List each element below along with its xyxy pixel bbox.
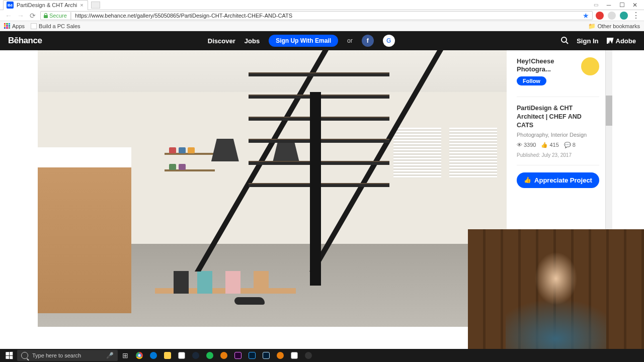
blender-icon[interactable] bbox=[217, 350, 230, 361]
follow-button[interactable]: Follow bbox=[517, 76, 546, 85]
webcam-overlay bbox=[468, 229, 644, 349]
apps-icon bbox=[4, 23, 10, 29]
extension-icon[interactable] bbox=[608, 12, 616, 20]
avatar[interactable] bbox=[581, 57, 599, 75]
obs-icon[interactable] bbox=[302, 350, 315, 361]
google-icon[interactable]: G bbox=[383, 35, 395, 47]
explorer-icon[interactable] bbox=[161, 350, 174, 361]
eye-icon: 👁 bbox=[517, 142, 522, 148]
behance-logo[interactable]: Bēhance bbox=[8, 36, 42, 46]
project-image[interactable] bbox=[38, 50, 507, 327]
address-bar: ← → ⟳ Secure | https://www.behance.net/g… bbox=[0, 10, 644, 21]
svg-point-0 bbox=[561, 37, 567, 42]
url-input[interactable]: Secure | https://www.behance.net/gallery… bbox=[40, 11, 593, 20]
scrollbar-thumb[interactable] bbox=[606, 96, 612, 126]
likes-stat: 👍 415 bbox=[541, 142, 558, 148]
thumb-up-icon: 👍 bbox=[524, 176, 531, 184]
author-card: Hey!Cheese Photogra... Follow bbox=[517, 57, 599, 97]
project-title: PartiDesign & CHT Architect | CHEF AND C… bbox=[517, 104, 599, 130]
edge-icon[interactable] bbox=[147, 350, 160, 361]
search-icon bbox=[21, 352, 28, 359]
close-window-icon[interactable]: ✕ bbox=[632, 2, 638, 8]
comment-icon: 💬 bbox=[564, 142, 571, 148]
app-icon[interactable] bbox=[274, 350, 287, 361]
maximize-icon[interactable]: ☐ bbox=[619, 2, 625, 8]
task-view-icon[interactable]: ⊞ bbox=[119, 350, 132, 361]
star-icon[interactable]: ★ bbox=[583, 12, 589, 20]
lightroom-icon[interactable] bbox=[260, 350, 273, 361]
adobe-link[interactable]: Adobe bbox=[607, 37, 636, 45]
account-icon[interactable]: ▭ bbox=[593, 2, 599, 8]
menu-icon[interactable]: ⋮ bbox=[632, 11, 640, 20]
reload-icon[interactable]: ⟳ bbox=[28, 11, 37, 20]
store-icon[interactable] bbox=[175, 350, 188, 361]
views-stat: 👁 3390 bbox=[517, 142, 536, 148]
appreciate-button[interactable]: 👍 Appreciate Project bbox=[517, 172, 599, 188]
url-text: https://www.behance.net/gallery/55050865… bbox=[75, 13, 292, 19]
forward-icon[interactable]: → bbox=[16, 11, 25, 20]
search-placeholder: Type here to search bbox=[32, 352, 81, 358]
jobs-link[interactable]: Jobs bbox=[245, 37, 260, 45]
svg-line-1 bbox=[566, 42, 568, 44]
secure-badge: Secure bbox=[44, 13, 67, 19]
window-controls: ▭ ─ ☐ ✕ bbox=[587, 0, 644, 10]
discover-link[interactable]: Discover bbox=[208, 37, 235, 45]
steam-icon[interactable] bbox=[189, 350, 202, 361]
new-tab-button[interactable] bbox=[91, 2, 100, 9]
browser-tab[interactable]: Bē PartiDesign & CHT Archi × bbox=[3, 0, 88, 10]
back-icon[interactable]: ← bbox=[4, 11, 13, 20]
signup-button[interactable]: Sign Up With Email bbox=[269, 35, 338, 47]
adobe-icon bbox=[607, 38, 614, 44]
spotify-icon[interactable] bbox=[203, 350, 216, 361]
taskbar: Type here to search 🎤 ⊞ bbox=[0, 349, 644, 362]
facebook-icon[interactable]: f bbox=[362, 35, 374, 47]
bookmarks-bar: Apps Build a PC Sales 📁 Other bookmarks bbox=[0, 21, 644, 31]
signin-link[interactable]: Sign In bbox=[577, 37, 598, 45]
browser-tab-strip: Bē PartiDesign & CHT Archi × ▭ ─ ☐ ✕ bbox=[0, 0, 644, 10]
taskbar-search[interactable]: Type here to search 🎤 bbox=[17, 350, 118, 361]
other-bookmarks[interactable]: 📁 Other bookmarks bbox=[588, 23, 640, 30]
photoshop-icon[interactable] bbox=[246, 350, 259, 361]
mic-icon[interactable]: 🎤 bbox=[106, 352, 114, 359]
apps-button[interactable]: Apps bbox=[4, 23, 25, 29]
stats-row: 👁 3390 👍 415 💬 8 bbox=[517, 142, 599, 148]
page-icon bbox=[31, 23, 37, 29]
search-icon[interactable] bbox=[560, 36, 569, 46]
chrome-icon[interactable] bbox=[133, 350, 146, 361]
close-icon[interactable]: × bbox=[80, 2, 83, 8]
profile-icon[interactable] bbox=[620, 12, 628, 20]
windows-icon bbox=[6, 352, 13, 359]
or-text: or bbox=[347, 37, 353, 44]
author-name[interactable]: Hey!Cheese Photogra... bbox=[517, 57, 577, 73]
site-nav: Bēhance Discover Jobs Sign Up With Email… bbox=[0, 31, 644, 50]
comments-stat: 💬 8 bbox=[564, 142, 576, 148]
tab-title: PartiDesign & CHT Archi bbox=[17, 2, 77, 8]
favicon-icon: Bē bbox=[7, 2, 14, 9]
thumb-icon: 👍 bbox=[541, 142, 548, 148]
extension-icon[interactable] bbox=[596, 12, 604, 20]
folder-icon: 📁 bbox=[588, 23, 596, 30]
premiere-icon[interactable] bbox=[231, 350, 245, 361]
publish-date: Published: July 23, 2017 bbox=[517, 152, 599, 158]
notepad-icon[interactable] bbox=[288, 350, 301, 361]
project-info: PartiDesign & CHT Architect | CHEF AND C… bbox=[517, 104, 599, 165]
lock-icon bbox=[44, 13, 48, 18]
start-button[interactable] bbox=[2, 350, 16, 361]
minimize-icon[interactable]: ─ bbox=[606, 2, 612, 8]
project-categories: Photography, Interior Design bbox=[517, 132, 599, 138]
bookmark-item[interactable]: Build a PC Sales bbox=[31, 23, 80, 29]
